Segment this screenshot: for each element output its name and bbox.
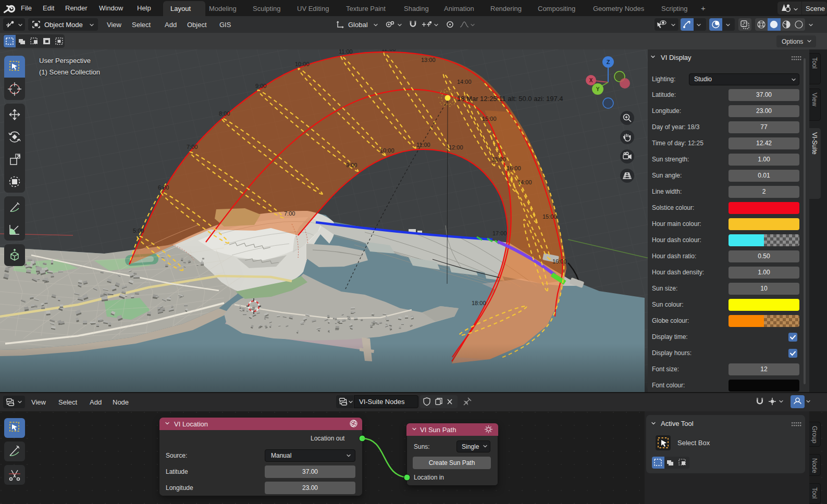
svg-text:16:00: 16:00 <box>552 258 567 264</box>
svg-text:7:00: 7:00 <box>284 210 295 217</box>
svg-text:10:00: 10:00 <box>295 61 310 67</box>
svg-text:10:00: 10:00 <box>380 147 394 154</box>
svg-text:18 Mar 12:25:11 alt: 50.0 azi:: 18 Mar 12:25:11 alt: 50.0 azi: 197.4 <box>457 95 563 103</box>
svg-text:8:00: 8:00 <box>219 110 230 117</box>
svg-text:6:00: 6:00 <box>158 184 169 191</box>
svg-text:7:00: 7:00 <box>187 144 198 150</box>
svg-text:5:00: 5:00 <box>133 228 144 234</box>
svg-text:12:00: 12:00 <box>449 144 463 150</box>
svg-text:11:00: 11:00 <box>339 49 353 55</box>
svg-text:15:00: 15:00 <box>542 213 557 220</box>
svg-text:11:00: 11:00 <box>416 142 430 148</box>
svg-text:9:00: 9:00 <box>255 83 266 89</box>
svg-text:13:00: 13:00 <box>491 156 506 162</box>
svg-text:X: X <box>589 78 593 83</box>
svg-text:17:00: 17:00 <box>492 230 507 236</box>
svg-text:9:00: 9:00 <box>346 162 357 168</box>
svg-text:13:00: 13:00 <box>421 57 436 63</box>
svg-text:18:00: 18:00 <box>472 300 486 306</box>
svg-text:Z: Z <box>607 59 610 65</box>
svg-text:14:00: 14:00 <box>457 79 472 85</box>
svg-text:16:00: 16:00 <box>507 165 521 171</box>
svg-text:12:00: 12:00 <box>381 49 396 52</box>
svg-text:15:00: 15:00 <box>482 116 497 122</box>
svg-text:Y: Y <box>596 86 600 92</box>
svg-text:14:00: 14:00 <box>517 179 532 185</box>
